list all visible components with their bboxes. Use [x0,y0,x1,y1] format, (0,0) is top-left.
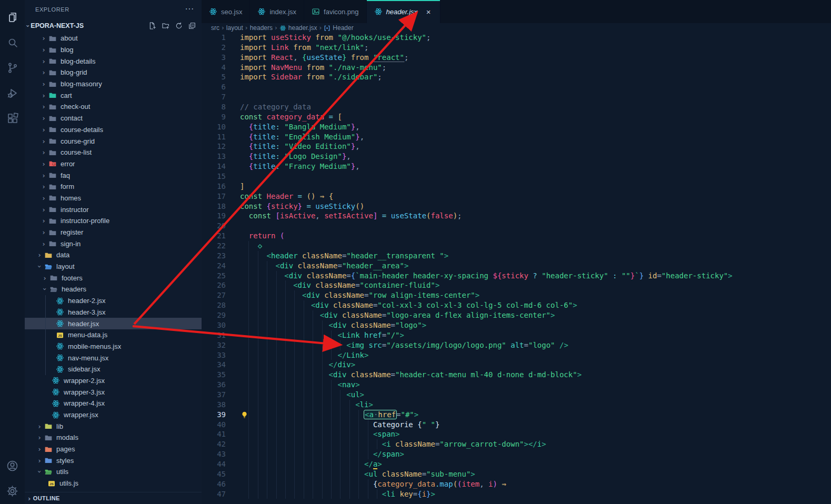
code-line-41[interactable]: 41<span> [202,429,831,439]
tree-item-error[interactable]: ›!error [25,158,202,170]
new-folder-icon[interactable] [162,22,170,30]
code-line-13[interactable]: 13{title: "Logo Design"}, [202,152,831,162]
code-line-7[interactable]: 7 [202,92,831,102]
tree-item-blog[interactable]: ›blog [25,44,202,56]
tree-item-mobile-menus.jsx[interactable]: mobile-menus.jsx [25,341,202,352]
code-line-22[interactable]: 22◇ [202,241,831,251]
code-line-5[interactable]: 5import Sidebar from "./sidebar"; [202,72,831,82]
code-line-9[interactable]: 9const category_data = [ [202,112,831,122]
code-line-6[interactable]: 6 [202,82,831,92]
tree-item-pages[interactable]: ›pages [25,443,202,455]
tree-item-cart[interactable]: ›cart [25,89,202,101]
code-editor[interactable]: 1import useSticky from "@/hooks/use-stic… [202,33,831,504]
code-line-2[interactable]: 2import Link from "next/link"; [202,43,831,53]
code-line-33[interactable]: 33</Link> [202,350,831,360]
code-line-30[interactable]: 30<div className="logo"> [202,320,831,330]
code-line-14[interactable]: 14{title: "Francy Medium"}, [202,162,831,172]
tree-item-layout[interactable]: ›layout [25,261,202,273]
tree-item-header-3.jsx[interactable]: header-3.jsx [25,307,202,318]
code-line-11[interactable]: 11{title: "English Medium"}, [202,132,831,142]
tree-item-utils.js[interactable]: JSutils.js [25,478,202,489]
code-line-3[interactable]: 3import React, {useState} from "react"; [202,53,831,63]
tree-item-blog-details[interactable]: ›blog-details [25,55,202,67]
code-line-36[interactable]: 36<nav> [202,380,831,390]
tree-item-menu-data.js[interactable]: JSmenu-data.js [25,329,202,341]
activitybar-explorer[interactable] [0,5,25,29]
code-line-25[interactable]: 25<div className={`main-header header-xy… [202,271,831,281]
tree-item-instructor-profile[interactable]: ›instructor-profile [25,215,202,227]
tree-item-wrapper-4.jsx[interactable]: wrapper-4.jsx [25,398,202,409]
tree-item-sign-in[interactable]: ›sign-in [25,238,202,249]
code-line-31[interactable]: 31<Link href="/"> [202,330,831,340]
code-line-26[interactable]: 26<div className="container-fluid"> [202,280,831,290]
code-line-40[interactable]: 40Categorie {" "} [202,420,831,430]
code-line-10[interactable]: 10{title: "Bangla Medium"}, [202,122,831,132]
tree-item-homes[interactable]: ›homes [25,193,202,204]
code-line-43[interactable]: 43</span> [202,449,831,459]
new-file-icon[interactable] [148,22,157,30]
code-line-18[interactable]: 18const {sticky} = useSticky() [202,201,831,211]
tab-index.jsx[interactable]: index.jsx [250,0,304,23]
tree-item-blog-masonry[interactable]: ›blog-masonry [25,78,202,90]
code-line-27[interactable]: 27<div className="row align-items-center… [202,290,831,300]
code-line-19[interactable]: 19const [isActive, setIsActive] = useSta… [202,211,831,221]
code-line-8[interactable]: 8// category_data [202,102,831,112]
tab-favicon.png[interactable]: favicon.png [304,0,367,23]
code-line-45[interactable]: 45<ul className="sub-menu"> [202,469,831,479]
tree-item-wrapper-3.jsx[interactable]: wrapper-3.jsx [25,386,202,398]
code-line-46[interactable]: 46{category_data.map((item, i) ⇒ [202,479,831,489]
close-icon[interactable]: × [424,7,433,16]
breadcrumb-header.jsx[interactable]: header.jsx [279,24,317,32]
code-line-1[interactable]: 1import useSticky from "@/hooks/use-stic… [202,33,831,43]
code-line-35[interactable]: 35<div className="header-cat-menu ml-40 … [202,370,831,380]
refresh-icon[interactable] [175,22,183,30]
code-line-23[interactable]: 23<header className="header__transparent… [202,251,831,261]
tree-item-lib[interactable]: ›lib [25,420,202,432]
tree-item-course-list[interactable]: ›course-list [25,147,202,158]
activitybar-search[interactable] [0,31,25,55]
tree-item-headers[interactable]: ›headers [25,284,202,295]
code-line-16[interactable]: 16] [202,182,831,191]
breadcrumb-headers[interactable]: headers [250,24,273,32]
tree-item-wrapper-2.jsx[interactable]: wrapper-2.jsx [25,375,202,387]
code-line-39[interactable]: 39<a·href="#"> [202,410,831,420]
code-line-15[interactable]: 15 [202,172,831,182]
tree-item-course-details[interactable]: ›course-details [25,124,202,136]
tree-item-about[interactable]: ›about [25,33,202,44]
code-line-32[interactable]: 32<img src="/assets/img/logo/logo.png" a… [202,340,831,350]
code-line-12[interactable]: 12{title: "Video Edition"}, [202,142,831,152]
code-line-34[interactable]: 34</div> [202,360,831,370]
project-root-row[interactable]: › EPORA-NEXT-JS [25,19,202,33]
tree-item-course-grid[interactable]: ›course-grid [25,135,202,147]
tree-item-check-out[interactable]: ›check-out [25,101,202,113]
code-line-28[interactable]: 28<div className="col-xxl-3 col-xl-3 col… [202,300,831,310]
code-line-29[interactable]: 29<div className="logo-area d-flex align… [202,310,831,320]
tree-item-faq[interactable]: ›faq [25,169,202,181]
collapse-all-icon[interactable] [188,22,196,30]
tree-item-utils[interactable]: ›utils [25,466,202,478]
tree-item-header-2.jsx[interactable]: header-2.jsx [25,295,202,307]
tree-item-wrapper.jsx[interactable]: wrapper.jsx [25,409,202,421]
code-line-37[interactable]: 37<ul> [202,390,831,400]
code-line-4[interactable]: 4import NavMenu from "./nav-menu"; [202,63,831,73]
tree-item-footers[interactable]: ›footers [25,272,202,284]
tab-header.jsx[interactable]: header.jsx× [367,0,441,23]
outline-section[interactable]: › OUTLINE [25,492,202,504]
tree-item-instructor[interactable]: ›instructor [25,204,202,215]
tree-item-nav-menu.jsx[interactable]: nav-menu.jsx [25,352,202,364]
tree-item-form[interactable]: ›form [25,181,202,193]
tree-item-modals[interactable]: ›modals [25,432,202,443]
tab-seo.jsx[interactable]: seo.jsx [202,0,250,23]
code-line-21[interactable]: 21return ( [202,231,831,241]
activitybar-settings[interactable] [0,479,25,503]
breadcrumb-src[interactable]: src [211,24,219,32]
tree-item-contact[interactable]: ›contact [25,113,202,124]
tree-item-header.jsx[interactable]: header.jsx [25,318,202,329]
more-actions-icon[interactable]: ··· [185,5,194,14]
code-line-38[interactable]: 38<li> [202,400,831,410]
tree-item-styles[interactable]: ›styles [25,455,202,466]
tree-item-data[interactable]: ›data [25,249,202,261]
breadcrumb-Header[interactable]: Header [324,24,353,32]
activitybar-source-control[interactable] [0,56,25,80]
activitybar-extensions[interactable] [0,106,25,130]
